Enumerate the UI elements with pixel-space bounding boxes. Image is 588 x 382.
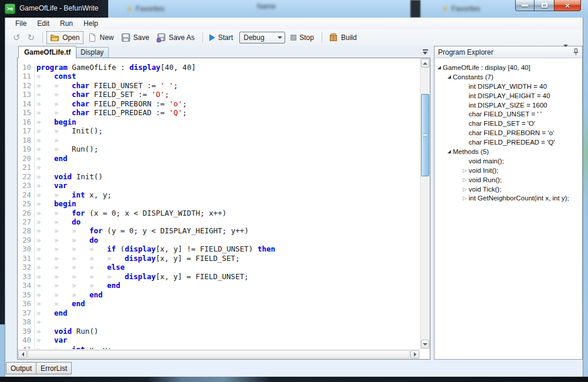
tab-output[interactable]: Output [6, 362, 36, 374]
code-line[interactable]: 30»»»»if (display[x, y] != FIELD_UNSET) … [18, 244, 420, 253]
code-line[interactable]: 33»»»»»display[x, y] = FIELD_UNSET; [18, 272, 420, 281]
indent-marker: » [36, 145, 54, 153]
code-line[interactable]: 41»»int x, y; [18, 345, 420, 349]
code-line[interactable]: 19»»Run(); [18, 145, 420, 153]
scroll-left-button[interactable] [18, 350, 27, 358]
code-line[interactable]: 10program GameOfLife : display[40, 40] [18, 63, 420, 72]
tree-item[interactable]: ▷int GetNeighborCount(int x, int y); [435, 193, 582, 203]
menu-edit[interactable]: Edit [32, 18, 55, 29]
expander-open-icon[interactable] [435, 63, 443, 72]
code-line[interactable]: 14»»char FIELD_PREBORN := 'o'; [18, 99, 420, 108]
tree-item[interactable]: int DISPLAY_WIDTH = 40 [435, 82, 582, 91]
code-line[interactable]: 17»»Init(); [18, 126, 420, 135]
code-line[interactable]: 29»»»do [18, 236, 420, 244]
run-mode-dropdown[interactable]: Debug [239, 32, 285, 43]
scroll-up-button[interactable] [421, 59, 429, 68]
code-line[interactable]: 18»» [18, 136, 420, 145]
tree-item[interactable]: char FIELD_SET = 'O' [435, 119, 582, 128]
indent-marker: » [89, 281, 107, 290]
horizontal-scrollbar[interactable] [18, 349, 420, 359]
tree-item[interactable]: GameOfLife : display [40, 40] [435, 63, 582, 72]
undo-button[interactable]: ↺ [10, 31, 24, 44]
expander-closed-icon[interactable]: ▷ [461, 193, 469, 203]
code-line[interactable]: 26»»for (x = 0; x < DISPLAY_WIDTH; x++) [18, 209, 420, 217]
line-number: 39 [18, 327, 35, 336]
code-line[interactable]: 38» [18, 317, 420, 326]
code-line[interactable]: 31»»»»»display[x, y] = FIELD_SET; [18, 254, 420, 263]
start-button[interactable]: Start [206, 32, 236, 43]
title-bar[interactable]: ★Favorites Name ★Favorites >e GameOfLife… [0, 0, 588, 18]
code-line[interactable]: 23»var [18, 181, 420, 190]
scroll-right-button[interactable] [410, 350, 419, 358]
code-line[interactable]: 36»»end [18, 299, 420, 308]
tree-item[interactable]: Constants (7) [435, 72, 582, 82]
vertical-scroll-thumb[interactable] [421, 94, 429, 176]
code-line[interactable]: 32»»»»else [18, 263, 420, 272]
code-line[interactable]: 20»end [18, 154, 420, 163]
save-button[interactable]: Save [118, 32, 152, 43]
maximize-button[interactable] [534, 0, 554, 11]
tree-item[interactable]: int DISPLAY_HEIGHT = 40 [435, 91, 582, 100]
menu-run[interactable]: Run [55, 18, 78, 29]
menu-file[interactable]: File [10, 18, 32, 29]
tree-item[interactable]: void main(); [435, 156, 582, 166]
panel-menu-icon[interactable] [563, 47, 568, 58]
code-line[interactable]: 39»void Run() [18, 327, 420, 336]
minimize-button[interactable] [515, 0, 534, 11]
app-icon: >e [5, 4, 15, 14]
program-explorer-tree[interactable]: GameOfLife : display [40, 40]Constants (… [435, 59, 582, 359]
tree-item-label: char FIELD_UNSET = ' ' [469, 110, 542, 118]
save-as-button[interactable]: Save As [153, 32, 198, 43]
code-line[interactable]: 11»const [18, 72, 420, 81]
code-line[interactable]: 37»end [18, 309, 420, 317]
code-line[interactable]: 22»void Init() [18, 172, 420, 181]
code-text: »»char FIELD_PREBORN := 'o'; [35, 99, 187, 108]
tab-gameoflife[interactable]: GameOfLife.tf [18, 46, 76, 58]
expander-closed-icon[interactable]: ▷ [461, 175, 469, 185]
indent-marker: » [89, 254, 107, 263]
code-line[interactable]: 12»»char FIELD_UNSET := ' '; [18, 81, 420, 90]
code-text: » [35, 163, 54, 172]
tree-item[interactable]: ▷void Tick(); [435, 185, 582, 194]
code-line[interactable]: 28»»»for (y = 0; y < DISPLAY_HEIGHT; y++… [18, 226, 420, 235]
code-view[interactable]: 10program GameOfLife : display[40, 40]11… [18, 58, 420, 349]
expander-open-icon[interactable] [445, 72, 453, 82]
tab-display[interactable]: Display [75, 47, 109, 58]
scroll-down-button[interactable] [421, 340, 429, 349]
tree-item[interactable]: ▷void Run(); [435, 175, 582, 185]
menu-help[interactable]: Help [78, 18, 103, 29]
pin-icon[interactable] [573, 48, 579, 56]
stop-button[interactable]: Stop [288, 32, 317, 43]
tree-item[interactable]: ▷void Init(); [435, 166, 582, 175]
code-editor[interactable]: 10program GameOfLife : display[40, 40]11… [17, 58, 430, 360]
vertical-scrollbar[interactable] [420, 58, 430, 349]
code-line[interactable]: 13»»char FIELD_SET := 'O'; [18, 90, 420, 99]
build-button[interactable]: Build [326, 32, 360, 43]
tree-item[interactable]: char FIELD_UNSET = ' ' [435, 109, 582, 119]
indent-marker: » [72, 272, 89, 281]
code-line[interactable]: 24»»int x, y; [18, 190, 420, 199]
code-line[interactable]: 35»»»end [18, 290, 420, 299]
expander-closed-icon[interactable]: ▷ [461, 185, 469, 194]
code-line[interactable]: 21» [18, 163, 420, 172]
expander-open-icon[interactable] [445, 147, 453, 156]
tab-overflow-icon[interactable] [422, 49, 430, 55]
tree-item[interactable]: char FIELD_PREDEAD = 'Q' [435, 138, 582, 147]
code-line[interactable]: 16»begin [18, 118, 420, 126]
tab-errorlist[interactable]: ErrorList [36, 362, 72, 374]
indent-marker: » [36, 327, 54, 336]
open-button[interactable]: Open [46, 31, 83, 44]
code-line[interactable]: 15»»char FIELD_PREDEAD := 'Q'; [18, 108, 420, 117]
code-line[interactable]: 34»»»»end [18, 281, 420, 290]
code-line[interactable]: 27»»do [18, 217, 420, 226]
tree-item[interactable]: Methods (5) [435, 147, 582, 156]
close-button[interactable]: × [554, 0, 581, 11]
tree-item[interactable]: char FIELD_PREBORN = 'o' [435, 128, 582, 138]
new-button[interactable]: New [85, 32, 117, 43]
redo-button[interactable]: ↻ [25, 31, 38, 44]
code-line[interactable]: 25»begin [18, 199, 420, 208]
horizontal-scroll-thumb[interactable] [28, 350, 410, 358]
code-line[interactable]: 40»var [18, 336, 420, 344]
expander-closed-icon[interactable]: ▷ [461, 166, 469, 175]
tree-item[interactable]: int DISPLAY_SIZE = 1600 [435, 100, 582, 110]
